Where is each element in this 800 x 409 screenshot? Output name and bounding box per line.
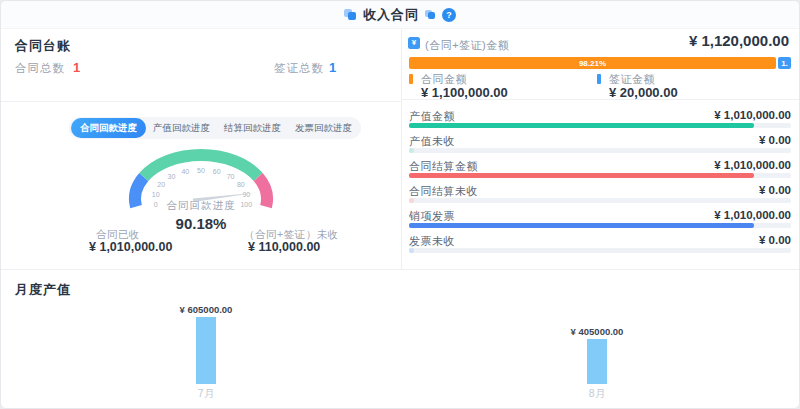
progress-tab[interactable]: 结算回款进度: [217, 117, 288, 139]
ledger-stat-value: 1: [329, 60, 336, 75]
metric-bar-fill: [409, 248, 414, 253]
metric-value: ¥ 1,010,000.00: [714, 109, 791, 121]
gauge-tick-label: 40: [181, 168, 189, 175]
metric-bar-fill: [409, 223, 754, 228]
progress-tab[interactable]: 产值回款进度: [146, 117, 217, 139]
summary-bar-segment: 1.: [778, 57, 791, 69]
metric-bar-track: [409, 123, 791, 128]
bar-month-label: 8月: [589, 387, 605, 400]
bar-group: ¥ 605000.007月: [146, 304, 266, 400]
summary-divider: [402, 99, 800, 100]
contract-count-label: 合同总数: [15, 61, 65, 76]
metric-bar-track: [409, 223, 791, 228]
metric-bar-track: [409, 148, 791, 153]
metric-row: 发票未收¥ 0.00: [409, 232, 791, 257]
metric-bar-fill: [409, 123, 754, 128]
summary-bar-segment: 98.21%: [409, 57, 776, 69]
metric-value: ¥ 0.00: [759, 184, 791, 196]
column-divider: [401, 29, 402, 269]
received-value: ¥ 1,010,000.00: [89, 240, 172, 254]
income-contract-dashboard: 收入合同 ? 合同台账 合同总数 1 签证总数 1 合同回款进度产值回款进度结算…: [0, 0, 800, 409]
progress-tab[interactable]: 发票回款进度: [288, 117, 359, 139]
metric-row: 销项发票¥ 1,010,000.00: [409, 207, 791, 232]
metric-bar-track: [409, 173, 791, 178]
metric-label: 发票未收: [409, 234, 455, 249]
bar-group: ¥ 405000.008月: [537, 326, 657, 400]
metric-value: ¥ 1,010,000.00: [714, 159, 791, 171]
gauge-tick-label: 80: [237, 181, 245, 188]
bar-month-label: 7月: [198, 387, 214, 400]
summary-label: (合同+签证)金额: [425, 38, 509, 53]
ledger-stat-value: 1: [73, 60, 80, 75]
gauge-tick-label: 60: [213, 168, 221, 175]
summary-stacked-bar: 98.21%1.: [409, 57, 791, 69]
metric-value: ¥ 1,010,000.00: [714, 209, 791, 221]
metric-label: 合同结算未收: [409, 184, 478, 199]
monthly-chart-title: 月度产值: [15, 281, 71, 299]
contract-small-icon: [425, 9, 436, 20]
metric-row: 合同结算金额¥ 1,010,000.00: [409, 157, 791, 182]
bar-value-label: ¥ 405000.00: [571, 326, 624, 337]
metric-row: 产值未收¥ 0.00: [409, 132, 791, 157]
amount-icon: ¥: [408, 37, 420, 49]
ledger-title: 合同台账: [15, 37, 71, 55]
page-title: 收入合同: [363, 6, 419, 24]
metric-value: ¥ 0.00: [759, 134, 791, 146]
metric-value: ¥ 0.00: [759, 234, 791, 246]
metric-bar-track: [409, 248, 791, 253]
legend-marker: [409, 74, 413, 84]
metric-bar-fill: [409, 173, 754, 178]
section-divider: [1, 269, 800, 270]
legend-value: ¥ 20,000.00: [609, 85, 678, 100]
unreceived-value: ¥ 110,000.00: [248, 240, 320, 254]
metric-label: 合同结算金额: [409, 159, 478, 174]
bar: [196, 317, 216, 384]
legend-value: ¥ 1,100,000.00: [421, 85, 508, 100]
summary-total: ¥ 1,120,000.00: [689, 32, 789, 49]
metric-bar-fill: [409, 148, 414, 153]
gauge-tick-label: 10: [152, 191, 160, 198]
header: 收入合同 ?: [1, 1, 799, 29]
metric-label: 销项发票: [409, 209, 455, 224]
gauge-label: 合同回款进度: [101, 199, 301, 213]
metric-bar-fill: [409, 198, 414, 203]
metric-bar-track: [409, 198, 791, 203]
metric-label: 产值金额: [409, 109, 455, 124]
progress-tabs: 合同回款进度产值回款进度结算回款进度发票回款进度: [69, 117, 361, 139]
ledger-divider: [1, 101, 401, 102]
help-icon[interactable]: ?: [442, 8, 456, 22]
bar-value-label: ¥ 605000.00: [180, 304, 233, 315]
gauge-tick-label: 30: [168, 173, 176, 180]
gauge-tick-label: 20: [157, 181, 165, 188]
gauge-tick-label: 50: [197, 167, 205, 174]
bar: [587, 339, 607, 384]
metric-row: 合同结算未收¥ 0.00: [409, 182, 791, 207]
metric-row: 产值金额¥ 1,010,000.00: [409, 107, 791, 132]
legend-marker: [597, 74, 601, 84]
visa-count-label: 签证总数: [274, 61, 324, 76]
contract-icon: [344, 8, 357, 21]
progress-tab[interactable]: 合同回款进度: [71, 118, 146, 138]
metrics-list: 产值金额¥ 1,010,000.00产值未收¥ 0.00合同结算金额¥ 1,01…: [409, 107, 791, 257]
gauge-tick-label: 70: [227, 173, 235, 180]
metric-label: 产值未收: [409, 134, 455, 149]
